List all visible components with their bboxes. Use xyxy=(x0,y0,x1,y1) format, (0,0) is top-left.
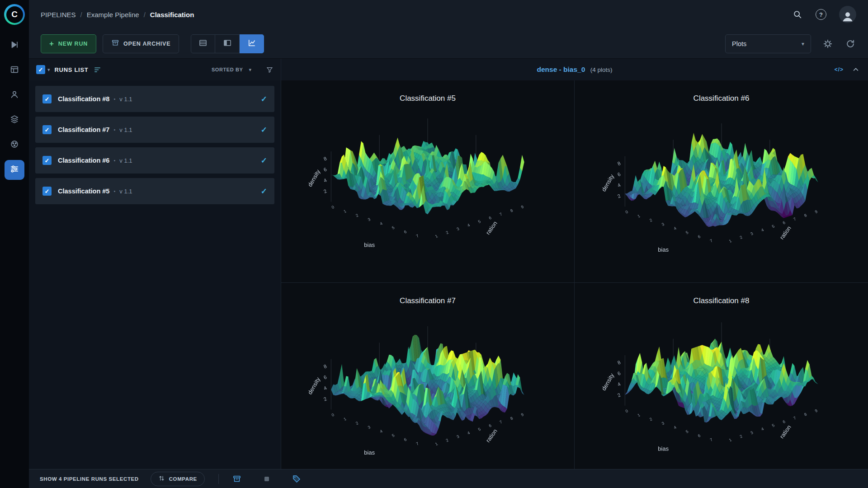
surface-plot-canvas[interactable] xyxy=(595,105,848,273)
run-selected-check-icon: ✓ xyxy=(261,94,267,104)
view-toggle xyxy=(191,34,264,53)
run-bullet: • xyxy=(113,188,115,194)
plus-icon: + xyxy=(49,40,54,47)
run-selected-check-icon: ✓ xyxy=(261,156,267,165)
plot-title: Classification #5 xyxy=(400,94,456,103)
embed-code-icon[interactable]: </> xyxy=(835,66,844,73)
topbar-actions: ? xyxy=(792,6,856,23)
table-view-icon xyxy=(198,38,208,49)
compare-label: COMPARE xyxy=(169,476,197,482)
app-logo[interactable]: C xyxy=(4,4,25,25)
run-version: v 1.1 xyxy=(119,127,132,133)
reports-icon xyxy=(9,65,19,76)
archive-icon xyxy=(111,39,119,48)
plots-header-icons: </> xyxy=(835,66,860,74)
pipelines-icon xyxy=(9,164,19,176)
toolbar-right: Plots ▾ xyxy=(725,34,856,53)
surface-plot-canvas[interactable] xyxy=(595,307,848,469)
surface-plot-canvas[interactable] xyxy=(301,307,554,469)
sidebar-item-reports[interactable] xyxy=(5,61,24,80)
new-run-label: NEW RUN xyxy=(58,41,88,47)
run-checkbox[interactable]: ✓ xyxy=(42,156,52,165)
run-row[interactable]: ✓ Classification #6 • v 1.1 ✓ xyxy=(35,147,274,174)
plot-cell: Classification #5 xyxy=(281,80,575,283)
run-row[interactable]: ✓ Classification #7 • v 1.1 ✓ xyxy=(35,117,274,143)
footer-divider xyxy=(218,474,219,484)
toolbar: + NEW RUN OPEN ARCHIVE Plots ▾ xyxy=(29,29,868,59)
sidebar: C xyxy=(0,0,29,488)
sidebar-item-pipelines[interactable] xyxy=(5,160,24,180)
breadcrumb-current: Classification xyxy=(150,11,194,19)
new-run-button[interactable]: + NEW RUN xyxy=(41,34,96,53)
auto-refresh-icon[interactable] xyxy=(844,38,856,50)
runs-list-title: RUNS LIST xyxy=(55,66,89,73)
top-bar: PIPELINES / Example Pipeline / Classific… xyxy=(29,0,868,29)
breadcrumb-pipelines[interactable]: PIPELINES xyxy=(41,11,76,19)
sidebar-item-projects[interactable] xyxy=(5,36,24,56)
table-view-button[interactable] xyxy=(191,34,215,53)
plot-cell: Classification #8 xyxy=(575,283,868,469)
run-name: Classification #5 xyxy=(58,188,109,195)
tag-icon[interactable] xyxy=(292,474,301,483)
runs-panel: ✓ ▾ RUNS LIST SORTED BY ▾ ✓ Classificati… xyxy=(29,59,281,469)
models-icon xyxy=(9,139,19,151)
help-icon[interactable]: ? xyxy=(816,9,826,20)
runs-header-right: SORTED BY ▾ xyxy=(212,66,274,74)
selection-status-text: SHOW 4 PIPELINE RUNS SELECTED xyxy=(40,476,139,482)
chevron-up-icon[interactable] xyxy=(852,66,860,74)
open-archive-button[interactable]: OPEN ARCHIVE xyxy=(103,34,179,53)
datasets-icon xyxy=(9,114,19,126)
metric-view-select[interactable]: Plots ▾ xyxy=(725,34,811,53)
compare-button[interactable]: COMPARE xyxy=(151,472,205,486)
avatar[interactable] xyxy=(839,6,856,23)
plots-group-title: dense - bias_0 xyxy=(537,66,585,73)
run-name: Classification #7 xyxy=(58,126,109,133)
run-version: v 1.1 xyxy=(119,96,132,103)
run-row[interactable]: ✓ Classification #8 • v 1.1 ✓ xyxy=(35,86,274,112)
plots-group-header[interactable]: dense - bias_0 (4 plots) </> xyxy=(281,59,868,80)
sorted-by-caret-icon[interactable]: ▾ xyxy=(249,67,251,73)
projects-icon xyxy=(9,40,19,52)
filter-icon[interactable] xyxy=(266,66,274,74)
metric-view-value: Plots xyxy=(732,40,746,47)
breadcrumb-separator: / xyxy=(80,11,82,19)
chart-view-button[interactable] xyxy=(240,34,264,53)
select-all-checkbox[interactable]: ✓ xyxy=(36,65,45,74)
run-name: Classification #6 xyxy=(58,157,109,164)
run-row[interactable]: ✓ Classification #5 • v 1.1 ✓ xyxy=(35,178,274,204)
split-view-button[interactable] xyxy=(215,34,240,53)
run-checkbox[interactable]: ✓ xyxy=(42,94,52,103)
split-view-icon xyxy=(223,38,232,49)
run-bullet: • xyxy=(113,158,115,163)
plots-grid: Classification #5 Classification #6 Clas… xyxy=(281,80,868,469)
run-checkbox[interactable]: ✓ xyxy=(42,187,52,196)
plot-title: Classification #8 xyxy=(693,296,750,305)
runs-list: ✓ Classification #8 • v 1.1 ✓ ✓ Classifi… xyxy=(29,80,281,210)
sidebar-item-workers[interactable] xyxy=(5,85,24,105)
plot-cell: Classification #6 xyxy=(575,80,868,283)
plots-group-count: (4 plots) xyxy=(590,66,613,73)
select-all-caret-icon[interactable]: ▾ xyxy=(47,67,50,73)
run-version: v 1.1 xyxy=(119,188,132,195)
workers-icon xyxy=(9,89,19,101)
app-root: C PIPELINES / Example Pipeline / Classif… xyxy=(0,0,868,488)
run-version: v 1.1 xyxy=(119,157,132,164)
sort-icon[interactable] xyxy=(94,66,101,74)
sidebar-item-models[interactable] xyxy=(5,135,24,155)
archive-selected-icon[interactable] xyxy=(232,474,241,483)
sorted-by-button[interactable]: SORTED BY xyxy=(212,67,243,72)
main-content: ✓ ▾ RUNS LIST SORTED BY ▾ ✓ Classificati… xyxy=(29,59,868,469)
plot-cell: Classification #7 xyxy=(281,283,575,469)
surface-plot-canvas[interactable] xyxy=(301,105,554,273)
search-icon[interactable] xyxy=(792,9,803,20)
run-checkbox[interactable]: ✓ xyxy=(42,125,52,134)
sidebar-item-datasets[interactable] xyxy=(5,110,24,130)
open-archive-label: OPEN ARCHIVE xyxy=(123,41,170,47)
breadcrumb-project[interactable]: Example Pipeline xyxy=(87,11,139,19)
plot-title: Classification #6 xyxy=(693,94,750,103)
plots-panel: dense - bias_0 (4 plots) </> Classificat… xyxy=(281,59,868,469)
settings-gear-icon[interactable] xyxy=(822,38,834,50)
chart-view-icon xyxy=(247,38,256,49)
abort-icon[interactable] xyxy=(262,474,271,483)
compare-icon xyxy=(158,475,165,483)
